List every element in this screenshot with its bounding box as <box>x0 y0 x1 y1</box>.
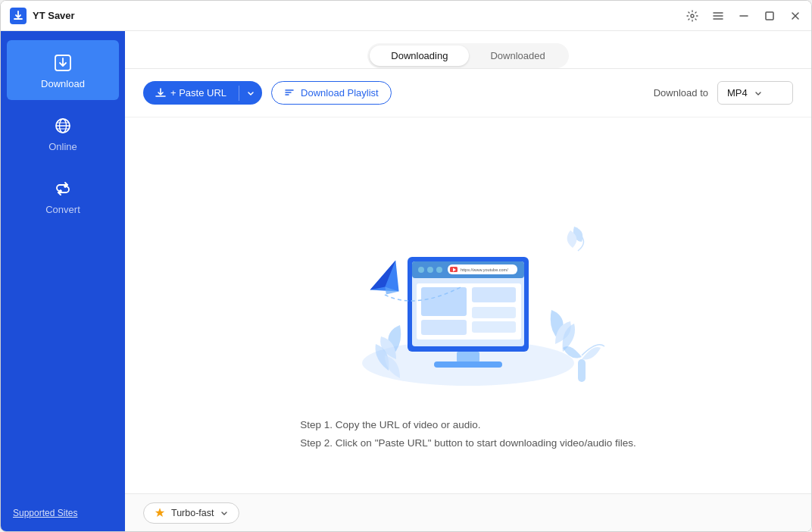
svg-text:https://www.youtube.com/: https://www.youtube.com/ <box>461 268 508 272</box>
format-select[interactable]: MP4 <box>717 81 793 105</box>
svg-rect-21 <box>472 307 516 318</box>
app-logo <box>10 8 27 24</box>
sidebar-item-convert[interactable]: Convert <box>7 166 119 226</box>
svg-rect-0 <box>766 12 773 20</box>
toolbar: + Paste URL Download Playlist <box>125 69 811 117</box>
sidebar-item-download[interactable]: Download <box>7 40 119 100</box>
turbo-fast-button[interactable]: Turbo-fast <box>143 502 239 524</box>
close-button[interactable] <box>789 9 802 23</box>
settings-button[interactable] <box>686 9 699 23</box>
minimize-button[interactable] <box>737 9 751 23</box>
svg-rect-22 <box>472 321 516 333</box>
paste-url-dropdown-arrow[interactable] <box>239 83 262 103</box>
svg-rect-19 <box>421 320 467 335</box>
content-area: Downloading Downloaded + Paste URL <box>125 31 811 531</box>
window-controls <box>686 9 802 23</box>
tab-downloaded[interactable]: Downloaded <box>469 45 566 66</box>
titlebar: YT Saver <box>1 1 811 31</box>
download-playlist-button[interactable]: Download Playlist <box>271 81 392 105</box>
instruction-step1: Step 1. Copy the URL of video or audio. <box>300 416 636 434</box>
format-value: MP4 <box>727 87 748 99</box>
turbo-label: Turbo-fast <box>171 508 214 518</box>
paste-url-button[interactable]: + Paste URL <box>143 81 262 105</box>
svg-point-12 <box>427 267 433 273</box>
sidebar: Download Online <box>1 31 125 531</box>
tab-bar: Downloading Downloaded <box>125 31 811 69</box>
instruction-step2: Step 2. Click on "Paste URL" button to s… <box>300 434 636 452</box>
sidebar-download-label: Download <box>41 78 85 89</box>
svg-rect-5 <box>578 359 586 382</box>
sidebar-convert-label: Convert <box>45 204 80 215</box>
svg-point-13 <box>436 267 442 273</box>
tab-downloading[interactable]: Downloading <box>370 45 469 66</box>
main-layout: Download Online <box>1 31 811 531</box>
download-to-label: Download to <box>654 87 708 99</box>
app-title: YT Saver <box>33 10 686 21</box>
svg-rect-20 <box>472 287 516 302</box>
supported-sites-link[interactable]: Supported Sites <box>13 508 77 518</box>
instructions: Step 1. Copy the URL of video or audio. … <box>300 416 636 453</box>
svg-rect-7 <box>434 361 502 368</box>
sidebar-online-label: Online <box>48 141 77 152</box>
tab-group: Downloading Downloaded <box>367 43 568 68</box>
paste-url-main[interactable]: + Paste URL <box>143 81 239 105</box>
download-playlist-label: Download Playlist <box>301 87 379 99</box>
hero-illustration: https://www.youtube.com/ <box>309 158 627 401</box>
svg-rect-18 <box>421 287 467 316</box>
paste-url-label: + Paste URL <box>170 87 226 99</box>
maximize-button[interactable] <box>763 9 776 23</box>
sidebar-item-online[interactable]: Online <box>7 103 119 163</box>
svg-rect-6 <box>457 352 479 362</box>
sidebar-footer: Supported Sites <box>1 496 125 531</box>
svg-point-11 <box>418 267 424 273</box>
menu-button[interactable] <box>711 9 725 23</box>
hero-section: https://www.youtube.com/ <box>125 117 811 493</box>
bottom-bar: Turbo-fast <box>125 493 811 531</box>
